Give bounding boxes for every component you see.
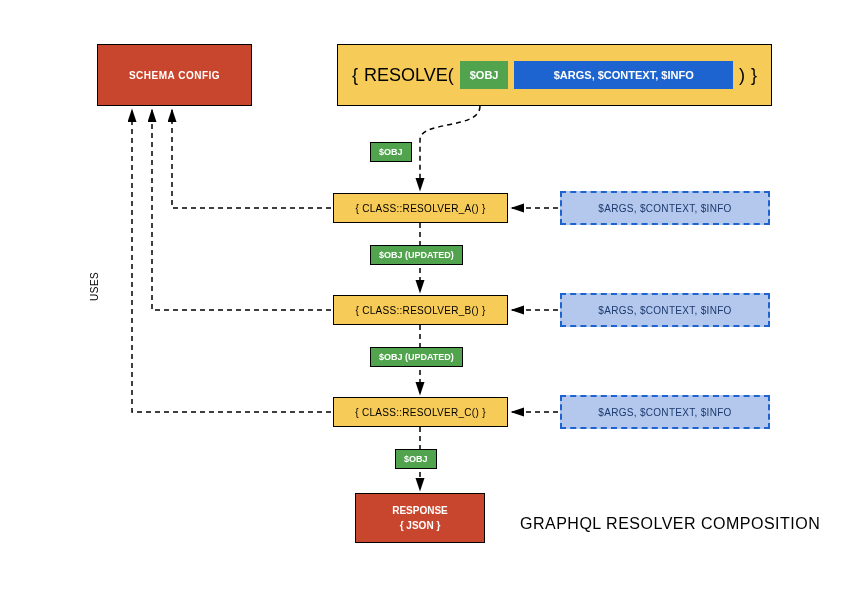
side-args-a: $ARGS, $CONTEXT, $INFO <box>560 191 770 225</box>
resolver-c-label: { CLASS::RESOLVER_C() } <box>355 407 486 418</box>
side-args-a-text: $ARGS, $CONTEXT, $INFO <box>598 203 731 214</box>
uses-label: USES <box>89 272 100 301</box>
resolver-a-label: { CLASS::RESOLVER_A() } <box>355 203 485 214</box>
response-box: RESPONSE { JSON } <box>355 493 485 543</box>
resolve-params-pill: $ARGS, $CONTEXT, $INFO <box>514 61 733 89</box>
resolve-keyword: RESOLVE( <box>364 65 454 86</box>
resolve-obj-pill: $OBJ <box>460 61 509 89</box>
resolve-bar: { RESOLVE( $OBJ $ARGS, $CONTEXT, $INFO )… <box>337 44 772 106</box>
response-line2: { JSON } <box>392 518 448 533</box>
resolver-b-box: { CLASS::RESOLVER_B() } <box>333 295 508 325</box>
side-args-c-text: $ARGS, $CONTEXT, $INFO <box>598 407 731 418</box>
badge-obj-1: $OBJ <box>370 142 412 162</box>
schema-config-label: SCHEMA CONFIG <box>129 70 220 81</box>
badge-obj-3: $OBJ (UPDATED) <box>370 347 463 367</box>
resolver-c-box: { CLASS::RESOLVER_C() } <box>333 397 508 427</box>
brace-open: { <box>352 65 358 86</box>
schema-config-box: SCHEMA CONFIG <box>97 44 252 106</box>
side-args-b-text: $ARGS, $CONTEXT, $INFO <box>598 305 731 316</box>
badge-obj-2: $OBJ (UPDATED) <box>370 245 463 265</box>
resolver-a-box: { CLASS::RESOLVER_A() } <box>333 193 508 223</box>
badge-obj-4: $OBJ <box>395 449 437 469</box>
resolver-b-label: { CLASS::RESOLVER_B() } <box>355 305 485 316</box>
side-args-c: $ARGS, $CONTEXT, $INFO <box>560 395 770 429</box>
diagram-title: GRAPHQL RESOLVER COMPOSITION <box>520 515 820 533</box>
brace-close: } <box>751 65 757 86</box>
close-paren: ) <box>739 65 745 86</box>
side-args-b: $ARGS, $CONTEXT, $INFO <box>560 293 770 327</box>
response-line1: RESPONSE <box>392 503 448 518</box>
